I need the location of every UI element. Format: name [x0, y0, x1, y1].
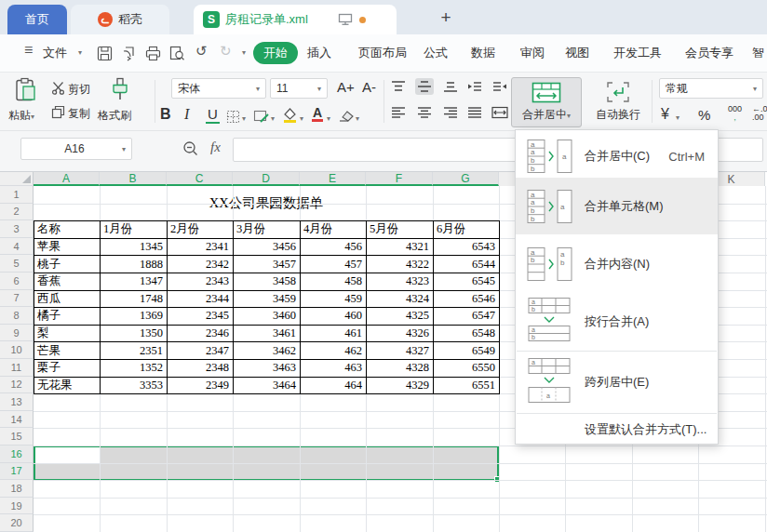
- table-cell[interactable]: 橘子: [34, 308, 101, 326]
- table-cell[interactable]: 苹果: [34, 239, 101, 257]
- table-cell[interactable]: 3464: [234, 378, 301, 395]
- table-cell[interactable]: 4328: [367, 360, 434, 378]
- borders-caret-icon[interactable]: ▾: [242, 114, 246, 123]
- table-header-cell[interactable]: 6月份: [434, 221, 500, 239]
- column-header[interactable]: B: [100, 172, 167, 186]
- table-cell[interactable]: 3460: [234, 308, 301, 326]
- shrink-to-fit-icon[interactable]: [491, 104, 509, 121]
- table-cell[interactable]: 459: [301, 291, 367, 309]
- row-header[interactable]: 10: [0, 341, 34, 359]
- table-header-cell[interactable]: 5月份: [367, 221, 434, 239]
- table-cell[interactable]: 4327: [367, 342, 434, 360]
- tab-home[interactable]: 首页: [7, 5, 67, 34]
- ribbon-tab-home[interactable]: 开始: [253, 42, 298, 64]
- table-cell[interactable]: 4325: [367, 308, 434, 326]
- increase-indent-icon[interactable]: [491, 78, 509, 95]
- table-header-cell[interactable]: 1月份: [101, 221, 168, 239]
- format-painter-button[interactable]: 格式刷: [98, 108, 131, 124]
- decrease-font-button[interactable]: A-: [362, 79, 376, 95]
- zoom-formula-icon[interactable]: [182, 140, 199, 160]
- undo-icon[interactable]: ↺: [195, 43, 208, 60]
- table-cell[interactable]: 2341: [168, 239, 234, 257]
- eraser-icon[interactable]: [338, 109, 355, 126]
- row-header[interactable]: 6: [0, 273, 34, 290]
- select-all-corner[interactable]: [0, 172, 34, 186]
- draw-border-icon[interactable]: [253, 110, 269, 126]
- ribbon-tab-membership[interactable]: 会员专享: [685, 45, 733, 61]
- table-cell[interactable]: 2345: [168, 308, 234, 326]
- column-header[interactable]: A: [34, 172, 100, 186]
- menu-item-default-merge-settings[interactable]: 设置默认合并方式(T)...: [516, 414, 718, 446]
- table-header-cell[interactable]: 2月份: [168, 221, 234, 239]
- table-cell[interactable]: 6545: [434, 273, 500, 291]
- fill-color-icon[interactable]: [282, 107, 298, 126]
- table-cell[interactable]: 457: [301, 256, 367, 273]
- row-header[interactable]: 5: [0, 255, 34, 273]
- table-cell[interactable]: 463: [301, 360, 367, 378]
- table-header-cell[interactable]: 4月份: [301, 221, 367, 239]
- table-cell[interactable]: 1350: [101, 326, 168, 343]
- table-cell[interactable]: 3456: [234, 239, 301, 257]
- row-header[interactable]: 15: [0, 428, 34, 446]
- font-name-select[interactable]: 宋体▾: [171, 78, 266, 99]
- tab-docer[interactable]: ᓚ 稻壳: [71, 5, 169, 34]
- table-cell[interactable]: 4321: [367, 239, 434, 257]
- align-middle-icon[interactable]: [415, 78, 434, 95]
- wrap-text-button[interactable]: 自动换行: [589, 77, 647, 127]
- underline-button[interactable]: U: [206, 106, 220, 124]
- column-header[interactable]: F: [366, 172, 433, 186]
- cut-icon[interactable]: [51, 81, 65, 98]
- table-cell[interactable]: 2344: [168, 291, 234, 309]
- table-cell[interactable]: 2348: [168, 360, 234, 378]
- table-cell[interactable]: 6546: [434, 291, 500, 309]
- table-cell[interactable]: 3457: [234, 256, 301, 273]
- align-top-icon[interactable]: [389, 78, 408, 95]
- increase-font-button[interactable]: A+: [337, 79, 355, 95]
- currency-format-button[interactable]: ¥: [661, 106, 669, 123]
- table-cell[interactable]: 梨: [34, 326, 101, 343]
- column-header[interactable]: E: [300, 172, 366, 186]
- table-cell[interactable]: 460: [301, 308, 367, 326]
- print-preview-icon[interactable]: [169, 46, 185, 64]
- decrease-indent-icon[interactable]: [465, 78, 484, 95]
- number-format-select[interactable]: 常规▾: [659, 78, 763, 99]
- tab-document-active[interactable]: S 房租记录单.xml: [194, 5, 397, 34]
- row-header[interactable]: 4: [0, 238, 34, 256]
- row-header[interactable]: 16: [0, 446, 34, 463]
- percent-format-button[interactable]: %: [698, 107, 710, 123]
- column-header[interactable]: D: [233, 172, 300, 186]
- ribbon-tab-page-layout[interactable]: 页面布局: [358, 45, 407, 61]
- row-header[interactable]: 18: [0, 480, 34, 498]
- borders-icon[interactable]: [226, 110, 240, 126]
- table-cell[interactable]: 464: [301, 378, 367, 395]
- row-header[interactable]: 3: [0, 220, 34, 238]
- cut-button[interactable]: 剪切: [68, 82, 90, 98]
- row-header[interactable]: 1: [0, 186, 34, 204]
- table-cell[interactable]: 3463: [234, 360, 301, 378]
- table-cell[interactable]: 3459: [234, 291, 301, 309]
- row-header[interactable]: 19: [0, 498, 34, 515]
- ribbon-tab-smart-toolbox[interactable]: 智: [752, 45, 764, 61]
- table-cell[interactable]: 6550: [434, 360, 500, 378]
- menu-item-merge-by-row[interactable]: abab 按行合并(A): [516, 293, 718, 351]
- ribbon-tab-formulas[interactable]: 公式: [424, 45, 448, 61]
- table-cell[interactable]: 4324: [367, 291, 434, 309]
- justify-icon[interactable]: [465, 104, 484, 121]
- table-cell[interactable]: 461: [301, 326, 367, 343]
- table-cell[interactable]: 1888: [101, 256, 168, 273]
- format-painter-icon[interactable]: [108, 77, 132, 106]
- copy-icon[interactable]: [51, 105, 65, 122]
- table-cell[interactable]: 1748: [101, 291, 168, 309]
- row-header[interactable]: 13: [0, 393, 34, 411]
- table-cell[interactable]: 456: [301, 239, 367, 257]
- table-cell[interactable]: 2351: [101, 342, 168, 360]
- menu-item-merge-cells[interactable]: aabba 合并单元格(M): [516, 178, 718, 234]
- table-cell[interactable]: 芒果: [34, 342, 101, 360]
- save-icon[interactable]: [97, 46, 113, 64]
- ribbon-tab-view[interactable]: 视图: [565, 45, 589, 61]
- align-left-icon[interactable]: [389, 104, 408, 121]
- table-cell[interactable]: 3458: [234, 273, 301, 291]
- table-cell[interactable]: 6544: [434, 256, 500, 273]
- table-cell[interactable]: 4323: [367, 273, 434, 291]
- font-color-icon[interactable]: A: [312, 106, 323, 122]
